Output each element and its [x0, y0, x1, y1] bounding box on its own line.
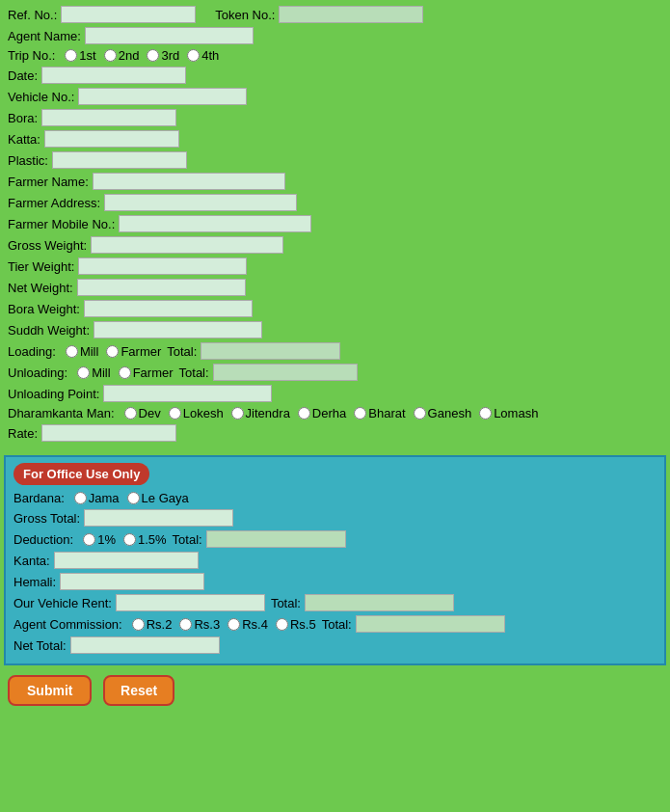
- office-use-badge-row: For Office Use Only: [13, 463, 657, 491]
- agent-input[interactable]: [85, 27, 254, 44]
- dharamkanta-lokesh-radio[interactable]: [169, 407, 181, 420]
- commission-rs5-radio[interactable]: [276, 618, 288, 631]
- unloading-mill-label: Mill: [92, 365, 111, 380]
- agent-commission-total-input[interactable]: [356, 615, 505, 633]
- unloading-label: Unloading:: [8, 365, 67, 380]
- kanta-row: Kanta:: [13, 552, 657, 569]
- katta-input[interactable]: [44, 130, 179, 148]
- rate-label: Rate:: [8, 426, 38, 441]
- commission-rs2-label: Rs.2: [147, 617, 173, 632]
- loading-farmer-radio[interactable]: [106, 345, 119, 358]
- plastic-input[interactable]: [52, 151, 187, 169]
- office-use-label: For Office Use Only: [13, 463, 149, 485]
- dharamkanta-lomash-label: Lomash: [494, 406, 538, 420]
- tier-weight-input[interactable]: [78, 257, 247, 275]
- trip-3rd-label: 3rd: [161, 48, 179, 63]
- commission-rs3-radio[interactable]: [179, 618, 192, 631]
- farmer-mobile-row: Farmer Mobile No.:: [8, 215, 662, 232]
- unloading-mill-radio[interactable]: [77, 366, 90, 379]
- unloading-total-input[interactable]: [213, 364, 358, 381]
- katta-label: Katta:: [8, 132, 40, 147]
- net-total-input[interactable]: [70, 636, 220, 654]
- vehicle-rent-input[interactable]: [116, 594, 265, 611]
- bora-label: Bora:: [8, 111, 38, 125]
- bora-input[interactable]: [41, 109, 176, 126]
- vehicle-rent-total-label: Total:: [271, 596, 301, 610]
- trip-row: Trip No.: 1st 2nd 3rd 4th: [8, 48, 662, 63]
- dharamkanta-lokesh-label: Lokesh: [183, 406, 224, 420]
- dharamkanta-bharat-label: Bharat: [368, 406, 405, 420]
- trip-3rd-radio[interactable]: [147, 49, 159, 62]
- kanta-label: Kanta:: [13, 554, 50, 568]
- vehicle-rent-label: Our Vehicle Rent:: [13, 596, 112, 610]
- dharamkanta-row: Dharamkanta Man: Dev Lokesh Jitendra Der…: [8, 406, 662, 420]
- suddh-weight-label: Suddh Weight:: [8, 323, 90, 338]
- farmer-name-input[interactable]: [93, 173, 285, 190]
- deduction-total-label: Total:: [173, 532, 202, 547]
- commission-rs2-radio[interactable]: [132, 618, 145, 631]
- net-weight-input[interactable]: [77, 279, 246, 296]
- loading-total-label: Total:: [167, 344, 197, 359]
- gross-total-input[interactable]: [84, 509, 233, 527]
- hemali-row: Hemali:: [13, 573, 657, 590]
- dharamkanta-lomash-radio[interactable]: [479, 407, 492, 420]
- ref-input[interactable]: [61, 6, 196, 23]
- bardana-jama-label: Jama: [89, 491, 120, 505]
- bardana-jama-radio[interactable]: [74, 492, 87, 504]
- farmer-name-label: Farmer Name:: [8, 175, 89, 189]
- farmer-name-row: Farmer Name:: [8, 173, 662, 190]
- trip-2nd-radio[interactable]: [104, 49, 117, 62]
- trip-2nd-label: 2nd: [119, 48, 140, 63]
- net-weight-row: Net Weight:: [8, 279, 662, 296]
- rate-input[interactable]: [41, 424, 176, 442]
- dharamkanta-derha-radio[interactable]: [298, 407, 310, 420]
- commission-rs3-label: Rs.3: [194, 617, 220, 632]
- kanta-input[interactable]: [54, 552, 199, 569]
- trip-1st-radio[interactable]: [65, 49, 77, 62]
- dharamkanta-ganesh-radio[interactable]: [414, 407, 426, 420]
- trip-radio-group: 1st 2nd 3rd 4th: [59, 48, 221, 63]
- commission-rs4-label: Rs.4: [242, 617, 268, 632]
- commission-rs4-radio[interactable]: [228, 618, 240, 631]
- gross-weight-input[interactable]: [91, 236, 283, 254]
- dharamkanta-bharat-radio[interactable]: [354, 407, 366, 420]
- unloading-point-input[interactable]: [103, 385, 272, 402]
- loading-mill-radio[interactable]: [66, 345, 78, 358]
- reset-button[interactable]: Reset: [103, 675, 174, 706]
- unloading-farmer-label: Farmer: [133, 365, 174, 380]
- vehicle-rent-row: Our Vehicle Rent: Total:: [13, 594, 657, 611]
- deduction-total-input[interactable]: [206, 530, 346, 548]
- net-total-label: Net Total:: [13, 638, 67, 653]
- suddh-weight-input[interactable]: [94, 321, 262, 338]
- vehicle-rent-total-input[interactable]: [305, 594, 454, 611]
- vehicle-input[interactable]: [78, 88, 247, 105]
- farmer-address-input[interactable]: [104, 194, 297, 211]
- submit-button[interactable]: Submit: [8, 675, 92, 706]
- date-input[interactable]: [41, 67, 186, 84]
- loading-label: Loading:: [8, 344, 56, 359]
- agent-label: Agent Name:: [8, 29, 81, 43]
- gross-total-row: Gross Total:: [13, 509, 657, 527]
- loading-farmer-label: Farmer: [121, 344, 161, 359]
- bardana-legaya-label: Le Gaya: [142, 491, 189, 505]
- farmer-mobile-input[interactable]: [119, 215, 311, 232]
- deduction-15-radio[interactable]: [123, 533, 136, 546]
- vehicle-label: Vehicle No.:: [8, 90, 74, 104]
- bottom-buttons: Submit Reset: [0, 669, 670, 712]
- unloading-farmer-radio[interactable]: [119, 366, 131, 379]
- trip-4th-radio[interactable]: [187, 49, 200, 62]
- hemali-input[interactable]: [60, 573, 204, 590]
- bora-row: Bora:: [8, 109, 662, 126]
- bora-weight-input[interactable]: [84, 300, 253, 317]
- tier-weight-label: Tier Weight:: [8, 259, 74, 274]
- ref-token-row: Ref. No.: Token No.:: [8, 6, 662, 23]
- loading-row: Loading: Mill Farmer Total:: [8, 342, 662, 360]
- deduction-15-label: 1.5%: [138, 532, 167, 547]
- dharamkanta-jitendra-radio[interactable]: [231, 407, 244, 420]
- dharamkanta-dev-radio[interactable]: [124, 407, 137, 420]
- loading-total-input[interactable]: [201, 342, 340, 360]
- deduction-1-radio[interactable]: [83, 533, 95, 546]
- deduction-1-label: 1%: [97, 532, 116, 547]
- token-input[interactable]: [279, 6, 423, 23]
- bardana-legaya-radio[interactable]: [127, 492, 140, 504]
